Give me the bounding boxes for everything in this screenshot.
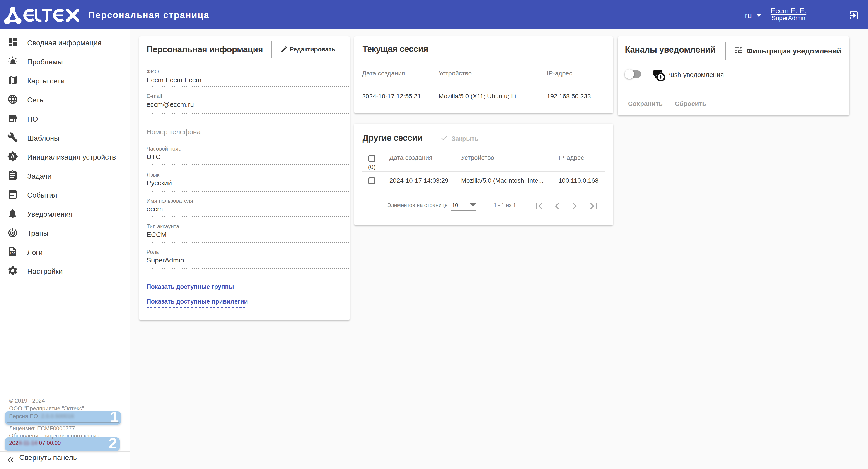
svg-text:LOG: LOG [10, 252, 15, 255]
